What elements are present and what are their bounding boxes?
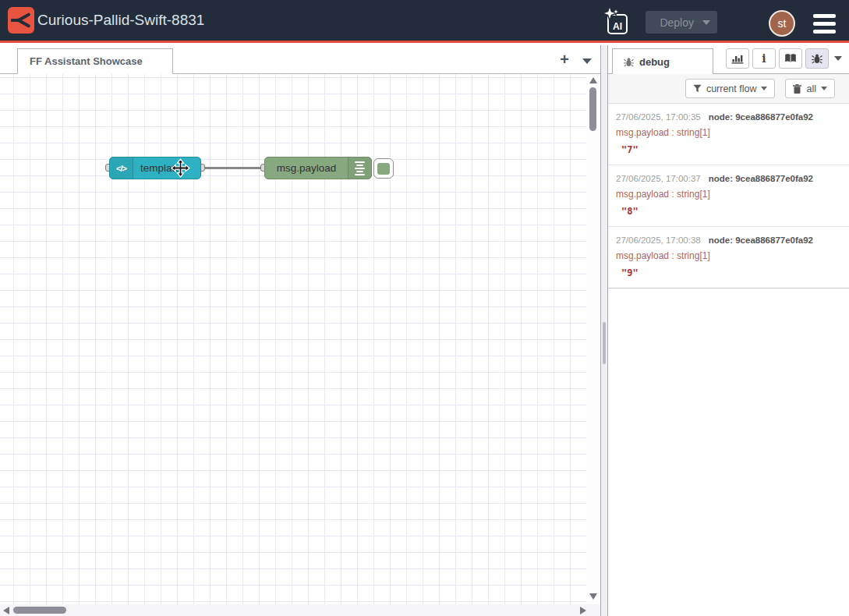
clear-caret-icon: [821, 87, 827, 90]
main-menu-button[interactable]: [813, 14, 836, 34]
flow-list-caret-icon[interactable]: [582, 58, 592, 64]
deploy-options-caret-icon[interactable]: [702, 20, 710, 25]
workspace-tab-label: FF Assistant Showcase: [30, 55, 143, 67]
bug-icon: [812, 53, 822, 64]
debug-clear-button[interactable]: all: [785, 79, 835, 98]
debug-message[interactable]: 27/06/2025, 17:00:37node: 9cea886877e0fa…: [608, 165, 849, 227]
code-icon: </>: [110, 158, 133, 179]
debug-enable-toggle[interactable]: [373, 158, 394, 179]
add-flow-button[interactable]: +: [555, 50, 574, 70]
debug-message[interactable]: 27/06/2025, 17:00:35node: 9cea886877e0fa…: [608, 104, 849, 165]
workspace-tabbar: FF Assistant Showcase +: [0, 45, 600, 74]
debug-toggle-state: [377, 163, 390, 175]
avatar-initials: st: [778, 17, 787, 30]
debug-message-topic[interactable]: msg.payload : string[1]: [616, 125, 849, 141]
branch-logo-glyph: [11, 10, 31, 30]
debug-filter-button[interactable]: current flow: [685, 79, 776, 98]
hamburger-bar: [813, 30, 836, 34]
bar-chart-icon: [731, 54, 744, 64]
hamburger-bar: [813, 14, 836, 18]
sidebar-options-caret-icon[interactable]: [834, 56, 842, 61]
debug-message-node-id: node: 9cea886877e0fa92: [709, 235, 813, 245]
debug-message-value: "9": [616, 264, 849, 281]
deploy-button-label: Deploy: [660, 16, 694, 29]
deploy-button[interactable]: Deploy: [646, 11, 717, 34]
splitter-grip[interactable]: [603, 322, 606, 364]
scroll-left-arrow-icon[interactable]: [3, 607, 9, 614]
page-title: Curious-Pallid-Swift-8831: [37, 0, 204, 41]
debug-toolbar: current flow all: [608, 74, 849, 104]
scroll-up-arrow-icon[interactable]: [589, 77, 597, 83]
debug-message-topic[interactable]: msg.payload : string[1]: [616, 248, 849, 264]
help-button[interactable]: [779, 48, 802, 69]
canvas-horizontal-scrollbar[interactable]: [0, 604, 600, 616]
debug-message-value: "8": [616, 203, 849, 220]
debug-message[interactable]: 27/06/2025, 17:00:38node: 9cea886877e0fa…: [608, 227, 849, 288]
trash-icon: [793, 84, 801, 94]
debug-sidebar-button[interactable]: [805, 48, 829, 69]
debug-message-timestamp: 27/06/2025, 17:00:38: [616, 235, 701, 245]
svg-text:AI: AI: [613, 21, 622, 32]
debug-message-topic[interactable]: msg.payload : string[1]: [616, 186, 849, 203]
hamburger-bar: [813, 22, 836, 26]
ai-assistant-button[interactable]: AI: [603, 7, 631, 36]
debug-message-list: 27/06/2025, 17:00:35node: 9cea886877e0fa…: [608, 104, 849, 289]
canvas-vertical-scrollbar[interactable]: [586, 74, 600, 604]
flow-editor: FF Assistant Showcase + </> template msg…: [0, 45, 600, 616]
debug-message-node-id: node: 9cea886877e0fa92: [709, 174, 813, 183]
user-avatar[interactable]: st: [769, 10, 795, 37]
debug-list-icon: [348, 158, 371, 179]
info-button[interactable]: i: [752, 48, 776, 69]
sidebar: debug i: [608, 45, 849, 616]
sidebar-tab-debug[interactable]: debug: [612, 48, 713, 74]
debug-message-node-id: node: 9cea886877e0fa92: [709, 112, 813, 122]
scroll-down-arrow-icon[interactable]: [589, 593, 597, 600]
app-logo-icon[interactable]: [8, 7, 34, 34]
debug-clear-label: all: [806, 83, 816, 94]
node-template-label: template: [133, 162, 200, 174]
node-debug[interactable]: msg.payload: [264, 157, 372, 179]
flow-canvas[interactable]: </> template msg.payload: [0, 74, 600, 604]
horizontal-scroll-thumb[interactable]: [13, 607, 66, 614]
node-template[interactable]: </> template: [109, 157, 201, 179]
filter-caret-icon: [761, 87, 767, 90]
debug-message-timestamp: 27/06/2025, 17:00:35: [616, 112, 701, 122]
dashboard-chart-button[interactable]: [726, 48, 749, 69]
debug-message-value: "7": [616, 141, 849, 158]
book-icon: [784, 53, 797, 64]
header: Curious-Pallid-Swift-8831 AI Deploy st: [0, 0, 849, 43]
scroll-right-arrow-icon[interactable]: [580, 607, 586, 614]
node-debug-label: msg.payload: [265, 162, 348, 174]
funnel-icon: [693, 84, 702, 93]
sidebar-tab-debug-label: debug: [639, 56, 670, 68]
workspace-tab-ff-assistant-showcase[interactable]: FF Assistant Showcase: [17, 48, 173, 74]
sidebar-tabbar: debug i: [608, 45, 849, 74]
debug-message-timestamp: 27/06/2025, 17:00:37: [616, 174, 701, 183]
bug-icon: [624, 57, 634, 67]
wire-template-to-debug[interactable]: [201, 167, 266, 169]
vertical-scroll-thumb[interactable]: [589, 87, 596, 131]
info-icon: i: [762, 52, 766, 65]
sidebar-splitter[interactable]: [600, 45, 608, 616]
debug-filter-label: current flow: [706, 83, 757, 94]
